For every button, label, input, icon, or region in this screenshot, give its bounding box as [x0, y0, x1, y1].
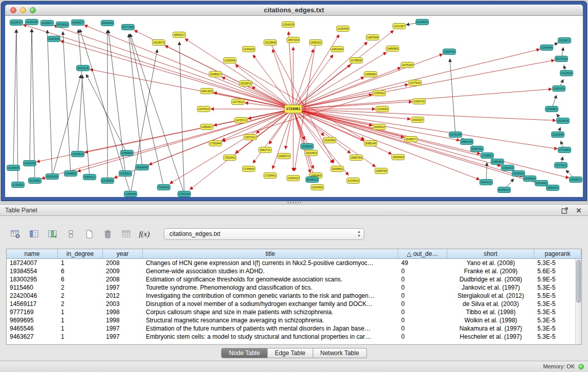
- table-cell[interactable]: 1: [58, 308, 103, 316]
- table-cell[interactable]: Yano et al. (2008): [447, 259, 534, 267]
- graph-node[interactable]: 2220455: [323, 138, 336, 143]
- graph-node[interactable]: 1677012: [555, 163, 568, 168]
- float-panel-icon[interactable]: [560, 206, 569, 214]
- graph-node[interactable]: 1601627: [411, 117, 424, 123]
- table-row[interactable]: 977716911998Corpus callosum shape and si…: [7, 308, 581, 316]
- graph-node[interactable]: 2603109: [77, 65, 90, 71]
- graph-edge[interactable]: [86, 74, 127, 153]
- table-cell[interactable]: Franke et al. (2009): [447, 267, 534, 275]
- tab-network-table[interactable]: Network Table: [313, 348, 367, 358]
- graph-node[interactable]: 1244203: [243, 47, 255, 52]
- graph-node[interactable]: 2326505: [7, 165, 20, 171]
- graph-node[interactable]: 1860017: [173, 32, 186, 38]
- graph-node[interactable]: 9115460: [29, 178, 41, 184]
- graph-node[interactable]: 1604612: [373, 124, 386, 130]
- graph-node[interactable]: 1920452: [311, 185, 324, 190]
- table-cell[interactable]: Structural magnetic resonance image aver…: [143, 316, 398, 324]
- graph-node[interactable]: 9245013: [498, 187, 511, 193]
- table-cell[interactable]: 9777169: [7, 308, 58, 316]
- table-row[interactable]: 969969511998Structural magnetic resonanc…: [7, 316, 581, 324]
- graph-node[interactable]: 1271512: [232, 99, 245, 105]
- graph-node[interactable]: 1154408: [540, 45, 553, 51]
- graph-node[interactable]: 2186505: [121, 150, 134, 156]
- table-cell[interactable]: Investigating the contribution of common…: [143, 292, 398, 300]
- graph-node[interactable]: 1447510: [198, 106, 210, 112]
- graph-edge[interactable]: [273, 109, 293, 169]
- table-cell[interactable]: 0: [398, 333, 447, 341]
- graph-node[interactable]: 1709691: [481, 153, 494, 159]
- table-cell[interactable]: 5.5E-5: [534, 292, 581, 300]
- graph-node[interactable]: 1696191: [310, 40, 322, 46]
- graph-node[interactable]: 1475712: [235, 118, 248, 123]
- table-cell[interactable]: 5.3E-5: [534, 300, 581, 308]
- graph-node[interactable]: 1495794: [375, 168, 388, 174]
- graph-node[interactable]: 1787510: [373, 91, 386, 96]
- table-row[interactable]: 946362711997Embryonic stem cells: a mode…: [7, 333, 581, 341]
- graph-node[interactable]: 1420046: [224, 58, 236, 63]
- table-cell[interactable]: Stergiakouli et al. (2012): [447, 292, 534, 300]
- column-header[interactable]: pagerank: [534, 249, 581, 259]
- graph-edge[interactable]: [13, 30, 16, 168]
- graph-node[interactable]: 1918545: [101, 178, 114, 184]
- graph-node[interactable]: 2086149: [364, 141, 377, 146]
- graph-node[interactable]: 1595794: [471, 146, 484, 152]
- close-panel-icon[interactable]: ✕: [575, 206, 583, 214]
- memory-indicator-dot[interactable]: [578, 364, 584, 369]
- table-row[interactable]: 946554611997Estimation of the future num…: [7, 324, 581, 333]
- table-cell[interactable]: 1998: [103, 316, 143, 324]
- table-select-dropdown[interactable]: citations_edges.txt ▲▼: [164, 228, 364, 240]
- table-cell[interactable]: Genome-wide association studies in ADHD.: [143, 267, 398, 275]
- graph-edge[interactable]: [78, 75, 82, 154]
- graph-node[interactable]: 9699695: [136, 165, 149, 170]
- graph-node[interactable]: 1060742: [413, 99, 426, 104]
- graph-node[interactable]: 1918546: [301, 144, 314, 149]
- graph-node[interactable]: 1913673: [153, 40, 165, 46]
- table-mode-icon[interactable]: [8, 227, 23, 240]
- graph-node[interactable]: 1609691: [331, 166, 344, 172]
- column-header[interactable]: short: [447, 249, 534, 259]
- graph-node[interactable]: 1363103: [553, 86, 565, 92]
- table-cell[interactable]: Estimation of the future numbers of pati…: [143, 324, 398, 333]
- table-cell[interactable]: 2003: [103, 300, 143, 308]
- graph-node[interactable]: 9465546: [101, 20, 114, 26]
- graph-node[interactable]: 8134504: [416, 19, 429, 25]
- function-builder-icon[interactable]: f(x): [137, 227, 151, 240]
- table-cell[interactable]: 1: [58, 324, 103, 333]
- graph-node[interactable]: 1253501: [119, 171, 132, 177]
- graph-node[interactable]: 1629501: [41, 20, 54, 26]
- table-row[interactable]: 1456911722003Disruption of a novel membe…: [7, 300, 581, 308]
- graph-node[interactable]: 1023015: [557, 118, 570, 124]
- table-cell[interactable]: 6: [58, 275, 103, 283]
- graph-node[interactable]: 1510871: [558, 38, 571, 43]
- table-row[interactable]: 911546021997Tourette syndrome. Phenomeno…: [7, 283, 581, 292]
- table-cell[interactable]: Hescheler et al. (1997): [447, 333, 534, 341]
- graph-node[interactable]: 1254109: [282, 22, 295, 28]
- table-cell[interactable]: 9115460: [7, 283, 58, 292]
- table-cell[interactable]: 5.3E-5: [534, 333, 581, 341]
- graph-node[interactable]: 9272744: [555, 56, 568, 62]
- graph-node[interactable]: 7625441: [158, 185, 170, 190]
- table-cell[interactable]: Jankovic et al. (1997): [447, 283, 534, 292]
- table-cell[interactable]: Estimation of significance thresholds fo…: [143, 275, 398, 283]
- graph-edge[interactable]: [30, 29, 32, 163]
- graph-node[interactable]: 1078508: [350, 58, 363, 63]
- show-columns-icon[interactable]: [27, 227, 41, 240]
- column-header[interactable]: in_degree: [58, 249, 103, 259]
- graph-edge[interactable]: [293, 68, 401, 109]
- graph-edge[interactable]: [52, 75, 81, 177]
- column-header[interactable]: year: [103, 249, 143, 259]
- table-cell[interactable]: 1997: [103, 283, 143, 292]
- graph-node[interactable]: 1132520: [12, 182, 25, 188]
- graph-node[interactable]: 1924501: [570, 177, 582, 183]
- table-cell[interactable]: 5.3E-5: [534, 308, 581, 316]
- table-cell[interactable]: 5.3E-5: [534, 324, 581, 333]
- table-cell[interactable]: 2008: [103, 259, 143, 267]
- table-cell[interactable]: 22420046: [7, 292, 58, 300]
- tab-edge-table[interactable]: Edge Table: [268, 348, 313, 358]
- table-cell[interactable]: 0: [398, 316, 447, 324]
- table-cell[interactable]: 49: [398, 259, 447, 267]
- table-cell[interactable]: 5.3E-5: [534, 259, 581, 267]
- graph-node[interactable]: 1153410: [502, 165, 514, 171]
- graph-node[interactable]: 1125439: [337, 26, 350, 32]
- tab-node-table[interactable]: Node Table: [221, 348, 268, 358]
